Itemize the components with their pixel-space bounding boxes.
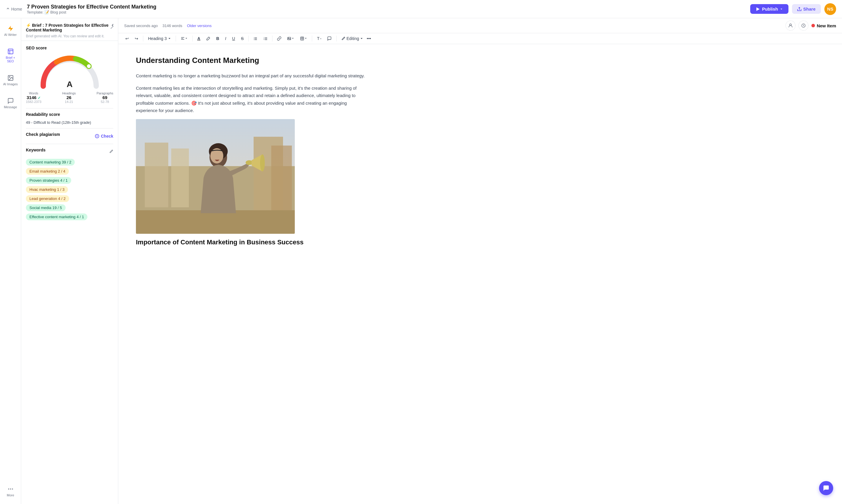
more-options-button[interactable]: ••• (364, 35, 373, 42)
divider-2 (26, 128, 113, 128)
check-plagiarism-button[interactable]: Check (95, 134, 113, 139)
keywords-edit-button[interactable] (109, 149, 113, 155)
highlight-button[interactable] (204, 35, 213, 42)
plagiarism-row: Check plagiarism Check (26, 132, 113, 140)
keywords-header: Keywords (26, 148, 113, 156)
svg-point-42 (260, 155, 265, 172)
editor-meta-right: New Item (786, 21, 836, 31)
collapse-button[interactable] (110, 23, 115, 29)
svg-rect-34 (145, 143, 168, 207)
sidebar-item-more[interactable]: More (2, 483, 19, 499)
sidebar-label-message: Message (4, 105, 17, 109)
avatar[interactable]: NS (824, 3, 836, 15)
home-label: Home (11, 7, 22, 12)
brief-panel: ⚡ Brief : 7 Proven Strategies for Effect… (21, 18, 118, 504)
home-link[interactable]: Home (6, 7, 22, 12)
svg-rect-35 (171, 148, 189, 207)
bullet-list-button[interactable] (251, 35, 260, 42)
numbered-list-button[interactable]: 1.2.3. (261, 35, 270, 42)
svg-text:3.: 3. (264, 39, 265, 40)
seo-gauge-container: A (26, 54, 113, 89)
toolbar-divider-6 (312, 36, 312, 41)
topbar-left: Home 7 Proven Strategies for Effective C… (6, 4, 156, 14)
toolbar-divider-7 (336, 36, 337, 41)
keyword-tag-5: Social media 19 / 5 (26, 204, 66, 211)
editor-area: Saved seconds ago 3146 words Older versi… (118, 18, 842, 504)
keyword-tag-1: Email marketing 2 / 4 (26, 168, 69, 175)
svg-rect-19 (254, 40, 254, 40)
publish-label: Publish (762, 6, 778, 12)
editing-mode-button[interactable]: Editing (341, 36, 363, 41)
word-count: 3146 words (162, 23, 182, 28)
svg-point-10 (790, 24, 791, 25)
sidebar-label-brief-seo: Brief + SEO (3, 56, 18, 63)
title-block: 7 Proven Strategies for Effective Conten… (27, 4, 156, 14)
plagiarism-title: Check plagiarism (26, 132, 60, 137)
keyword-tag-4: Lead generation 4 / 2 (26, 195, 69, 202)
font-color-button[interactable]: A (195, 35, 203, 42)
sidebar-label-ai-images: AI Images (3, 82, 18, 86)
topbar-right: Publish Share NS (750, 3, 836, 15)
svg-rect-26 (265, 40, 267, 40)
content-heading-2: Importance of Content Marketing in Busin… (136, 238, 365, 246)
keyword-tag-6: Effective content marketing 4 / 1 (26, 214, 87, 220)
seo-stat-headings: Headings 26 14-21 (62, 91, 76, 104)
svg-point-5 (9, 76, 10, 77)
toolbar-divider-1 (143, 36, 143, 41)
icon-sidebar: AI Writer Brief + SEO AI Images Message … (0, 18, 21, 504)
history-icon[interactable] (799, 21, 808, 31)
new-item-label: New Item (817, 23, 836, 28)
older-versions-link[interactable]: Older versions (187, 23, 212, 28)
sidebar-label-ai-writer: AI Writer (4, 33, 17, 36)
new-item-button[interactable]: New Item (811, 23, 836, 28)
comment-button[interactable] (325, 35, 334, 42)
sidebar-item-brief-seo[interactable]: Brief + SEO (2, 46, 19, 65)
seo-gauge: A (37, 54, 102, 89)
strikethrough-button[interactable]: S (239, 35, 246, 42)
toolbar-divider-5 (272, 36, 273, 41)
readability-title: Readability score (26, 112, 113, 117)
underline-button[interactable]: U (230, 35, 238, 42)
align-button[interactable] (178, 35, 190, 42)
seo-stats: Words 3146 ✓ 1582-2373 Headings 26 14-21… (26, 91, 113, 104)
sidebar-item-message[interactable]: Message (2, 95, 19, 111)
template-label: Template: 📝 Blog post (27, 10, 156, 14)
svg-marker-0 (756, 7, 760, 11)
editor-content[interactable]: Understanding Content Marketing Content … (118, 44, 383, 504)
topbar: Home 7 Proven Strategies for Effective C… (0, 0, 842, 18)
readability-value: 49 - Difficult to Read (12th-15th grade) (26, 120, 113, 125)
toolbar-divider-3 (192, 36, 193, 41)
bold-button[interactable]: B (214, 35, 222, 42)
table-button[interactable] (298, 35, 310, 42)
publish-button[interactable]: Publish (750, 4, 788, 14)
link-button[interactable] (275, 35, 284, 42)
share-button[interactable]: Share (792, 4, 821, 14)
keywords-list: Content marketing 39 / 2 Email marketing… (26, 159, 113, 220)
italic-button[interactable]: I (223, 35, 229, 42)
brief-title: ⚡ Brief : 7 Proven Strategies for Effect… (26, 23, 113, 32)
brief-panel-header: ⚡ Brief : 7 Proven Strategies for Effect… (21, 18, 118, 41)
image-button[interactable] (285, 35, 297, 42)
content-paragraph-1: Content marketing is no longer a marketi… (136, 72, 365, 80)
sidebar-item-ai-writer[interactable]: AI Writer (2, 23, 19, 39)
clear-format-button[interactable]: T× (315, 35, 323, 42)
seo-stat-words: Words 3146 ✓ 1582-2373 (26, 91, 41, 104)
svg-point-9 (87, 64, 91, 69)
seo-grade: A (67, 80, 72, 89)
undo-button[interactable]: ↩ (123, 35, 131, 42)
keyword-tag-3: Hvac marketing 1 / 3 (26, 186, 68, 193)
svg-rect-14 (181, 39, 185, 40)
brief-subtitle: Brief generated with AI. You can review … (26, 34, 113, 38)
collaborators-icon[interactable] (786, 21, 795, 31)
svg-rect-1 (8, 49, 13, 54)
toolbar-divider-2 (176, 36, 176, 41)
svg-point-6 (8, 488, 9, 490)
sidebar-item-ai-images[interactable]: AI Images (2, 72, 19, 88)
chat-bubble-button[interactable] (819, 481, 833, 495)
svg-rect-17 (254, 38, 254, 39)
divider-3 (26, 144, 113, 144)
redo-button[interactable]: ↪ (133, 35, 141, 42)
heading-select[interactable]: Heading 3 (146, 35, 173, 42)
brief-body: SEO score A (21, 41, 118, 504)
svg-rect-15 (254, 38, 254, 38)
